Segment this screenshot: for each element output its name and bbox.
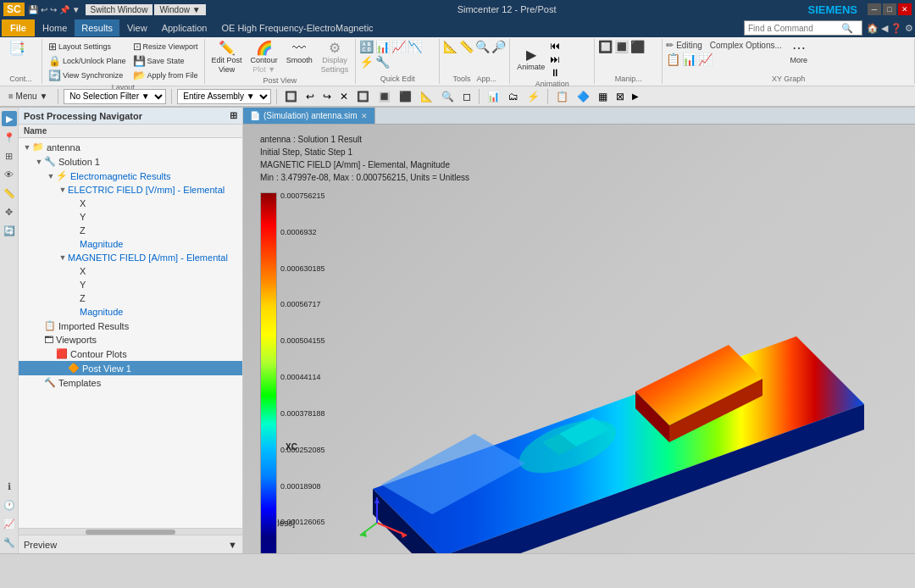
- view-sync-btn[interactable]: 🔄View Synchronize: [46, 69, 129, 82]
- more-title-icon[interactable]: ▼: [72, 5, 80, 14]
- tree-item-em_results[interactable]: ▼⚡Electromagnetic Results: [19, 169, 242, 183]
- viewport-tab[interactable]: 📄 (Simulation) antenna.sim ✕: [243, 108, 375, 124]
- tree-item-ef_y[interactable]: Y: [19, 210, 242, 224]
- qe-icon3[interactable]: 📈: [391, 40, 406, 53]
- manip-icon2[interactable]: 🔳: [614, 40, 629, 53]
- toolbar-icon1[interactable]: 🔲: [282, 90, 300, 103]
- tool-icon1[interactable]: 📐: [443, 40, 458, 53]
- sidebar-maximize-icon[interactable]: ⊞: [230, 110, 237, 121]
- undo-icon[interactable]: ↩: [41, 5, 47, 14]
- display-settings-btn[interactable]: ⚙ Display Settings: [318, 40, 352, 75]
- back-icon[interactable]: ◀: [881, 23, 888, 34]
- strip-icon-measure[interactable]: 📏: [2, 186, 17, 201]
- qe-icon1[interactable]: 🔠: [359, 40, 374, 53]
- save-icon[interactable]: 💾: [28, 5, 38, 14]
- manip-icon1[interactable]: 🔲: [598, 40, 613, 53]
- strip-icon-nav[interactable]: 📍: [2, 130, 17, 145]
- contour-btn[interactable]: 🌈 Contour Plot ▼: [247, 40, 281, 75]
- anim-icon1[interactable]: ⏮: [550, 40, 560, 52]
- preview-arrow-icon[interactable]: ▼: [228, 540, 237, 550]
- toolbar-icon10[interactable]: ◻: [460, 90, 474, 103]
- strip-icon-chart[interactable]: 📈: [2, 516, 17, 531]
- oe-menu[interactable]: OE High Frequency-ElectroMagnetic: [214, 19, 380, 36]
- lock-unlock-btn[interactable]: 🔒Lock/Unlock Plane: [46, 54, 129, 68]
- settings-icon[interactable]: ⚙: [905, 23, 913, 34]
- window-btn[interactable]: Window ▼: [154, 4, 205, 15]
- layout-settings-btn[interactable]: ⊞Layout Settings: [46, 40, 129, 53]
- menu-btn[interactable]: ≡ Menu ▼: [3, 90, 53, 103]
- toolbar-icon2[interactable]: ↩: [303, 90, 317, 103]
- view-menu[interactable]: View: [120, 19, 154, 36]
- toolbar-icon11[interactable]: 📊: [485, 90, 502, 103]
- strip-icon-layers[interactable]: ⊞: [2, 148, 17, 164]
- toolbar-icon17[interactable]: ⊠: [613, 90, 627, 103]
- qe-icon6[interactable]: 🔧: [375, 55, 390, 69]
- tree-item-mf_x[interactable]: X: [19, 264, 242, 278]
- results-menu[interactable]: Results: [75, 19, 119, 36]
- tree-item-viewports[interactable]: 🗔Viewports: [19, 333, 242, 347]
- command-search-input[interactable]: [748, 24, 841, 33]
- manip-icon3[interactable]: ⬛: [630, 40, 645, 53]
- toolbar-icon13[interactable]: ⚡: [524, 90, 542, 103]
- minimize-btn[interactable]: ─: [868, 3, 881, 15]
- tree-item-magnetic_field[interactable]: ▼MAGNETIC FIELD [A/mm] - Elemental: [19, 251, 242, 264]
- tree-item-contour_plots[interactable]: 🟥Contour Plots: [19, 347, 242, 361]
- tree-item-electric_field[interactable]: ▼ELECTRIC FIELD [V/mm] - Elemental: [19, 183, 242, 197]
- strip-icon-clock[interactable]: 🕐: [2, 497, 17, 513]
- save-state-btn[interactable]: 💾Save State: [130, 54, 201, 68]
- tree-item-ef_mag[interactable]: Magnitude: [19, 237, 242, 251]
- tree-item-ef_x[interactable]: X: [19, 197, 242, 210]
- redo-icon[interactable]: ↪: [50, 5, 57, 14]
- qe-icon2[interactable]: 📊: [375, 40, 390, 53]
- animate-btn[interactable]: ▶ Animate: [513, 47, 548, 73]
- home-menu[interactable]: Home: [36, 19, 74, 36]
- xy-icon2[interactable]: 📊: [682, 53, 696, 66]
- tree-item-mf_y[interactable]: Y: [19, 278, 242, 291]
- selection-filter[interactable]: No Selection Filter ▼: [64, 89, 166, 104]
- pin-icon[interactable]: 📌: [59, 5, 69, 14]
- home-icon[interactable]: 🏠: [867, 23, 879, 34]
- xy-icon1[interactable]: 📋: [666, 53, 680, 66]
- tree-item-post_view1[interactable]: 🔶Post View 1: [19, 361, 242, 375]
- tool-icon3[interactable]: 🔍: [475, 40, 490, 53]
- toolbar-more[interactable]: ▶: [632, 92, 639, 101]
- tree-item-solution1[interactable]: ▼🔧Solution 1: [19, 154, 242, 169]
- tree-item-mf_z[interactable]: Z: [19, 291, 242, 305]
- toolbar-icon9[interactable]: 🔍: [439, 90, 457, 103]
- toolbar-icon14[interactable]: 📋: [553, 90, 571, 103]
- toolbar-icon3[interactable]: ↪: [320, 90, 334, 103]
- anim-icon3[interactable]: ⏸: [550, 67, 560, 79]
- strip-icon-view[interactable]: 👁: [2, 167, 17, 182]
- tree-item-antenna[interactable]: ▼📁antenna: [19, 140, 242, 154]
- xy-icon3[interactable]: 📈: [698, 53, 713, 66]
- application-menu[interactable]: Application: [155, 19, 214, 36]
- resize-viewport-btn[interactable]: ⊡Resize Viewport: [130, 40, 201, 53]
- cont-btn[interactable]: 📑: [3, 40, 30, 57]
- smooth-btn[interactable]: 〰 Smooth: [283, 40, 316, 66]
- assembly-select[interactable]: Entire Assembly ▼: [177, 89, 271, 104]
- help-icon[interactable]: ❓: [890, 23, 902, 34]
- toolbar-icon12[interactable]: 🗂: [506, 90, 521, 103]
- strip-icon-pointer[interactable]: ▶: [2, 111, 17, 126]
- command-search[interactable]: 🔍: [744, 20, 862, 36]
- toolbar-icon15[interactable]: 🔷: [574, 90, 592, 103]
- tree-item-mf_mag[interactable]: Magnitude: [19, 305, 242, 319]
- close-btn[interactable]: ✕: [898, 3, 912, 15]
- restore-btn[interactable]: □: [883, 3, 896, 15]
- switch-window-btn[interactable]: Switch Window: [86, 4, 153, 15]
- scrollbar-thumb[interactable]: [86, 530, 175, 535]
- more-btn[interactable]: ⋯ More: [785, 40, 812, 66]
- edit-post-view-btn[interactable]: ✏️ Edit Post View: [208, 40, 246, 75]
- toolbar-icon4[interactable]: ✕: [337, 90, 351, 103]
- sidebar-scrollbar[interactable]: [19, 528, 242, 535]
- toolbar-icon7[interactable]: ⬛: [396, 90, 414, 103]
- strip-icon-rotate[interactable]: 🔄: [2, 223, 17, 238]
- toolbar-icon5[interactable]: 🔲: [354, 90, 372, 103]
- strip-icon-move[interactable]: ✥: [2, 204, 17, 219]
- tree-item-templates[interactable]: 🔨Templates: [19, 375, 242, 390]
- qe-icon5[interactable]: ⚡: [359, 55, 374, 69]
- strip-icon-info[interactable]: ℹ: [2, 479, 17, 494]
- tool-icon4[interactable]: 🔎: [491, 40, 506, 53]
- anim-icon2[interactable]: ⏭: [550, 53, 560, 65]
- tree-item-ef_z[interactable]: Z: [19, 224, 242, 237]
